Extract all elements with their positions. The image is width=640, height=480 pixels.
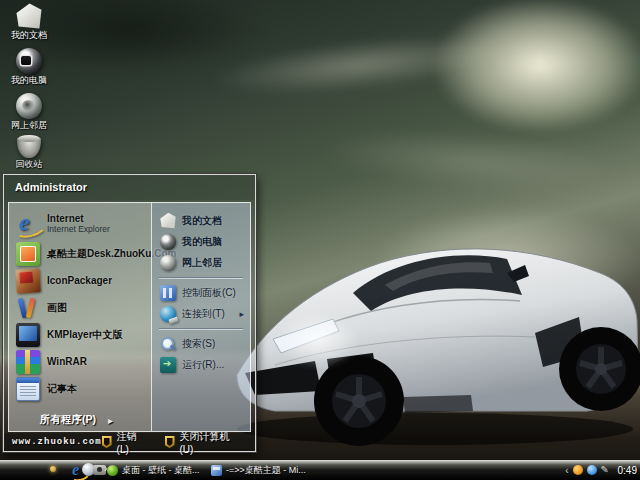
program-label: IconPackager [47,275,112,286]
place-label: 搜索(S) [182,337,215,351]
start-menu-program-item[interactable]: WinRAR [9,348,151,375]
program-text: IconPackager [47,275,112,286]
all-programs-label: 所有程序(P) [40,413,96,427]
start-menu-place-item[interactable]: 搜索(S) [152,333,250,354]
log-off-label: 注销(L) [117,430,149,455]
start-menu-place-item[interactable]: 我的电脑 [152,231,250,252]
rconnect-icon [160,306,176,322]
menu-separator [159,328,243,329]
task-icon [211,465,222,476]
start-menu-place-item[interactable]: 网上邻居 [152,252,250,273]
program-label: WinRAR [47,356,87,367]
desktop-icon-label: 回收站 [2,159,56,170]
task-label: 桌面 - 壁纸 - 桌酷... [122,464,200,477]
kmplayer-icon [16,323,40,347]
paint-icon [16,296,40,320]
desktop-icon-label: 网上邻居 [2,120,56,131]
rnetwork-icon [160,255,176,271]
start-menu-program-item[interactable]: 画图 [9,294,151,321]
all-programs-button[interactable]: 所有程序(P) [40,413,113,427]
shut-down-label: 关闭计算机(U) [180,430,243,455]
start-menu-program-item[interactable]: Internet Internet Explorer [9,208,151,240]
program-label: Internet [47,213,110,224]
program-sublabel: Internet Explorer [47,224,110,235]
place-label: 我的电脑 [182,235,222,249]
desktop-icon-column: 我的文档 我的电脑 网上邻居 回收站 [2,3,56,183]
network-icon [16,93,42,119]
place-label: 控制面板(C) [182,286,236,300]
rcomputer-icon [160,234,176,250]
start-menu-body: Internet Internet Explorer 桌酷主题Desk.Zhuo… [8,202,251,432]
start-menu-user-header: Administrator [4,175,255,200]
computer-icon [16,48,42,74]
program-text: Internet Internet Explorer [47,213,110,235]
zhuoku-icon [16,242,40,266]
menu-separator [159,277,243,278]
desktop-screen: 我的文档 我的电脑 网上邻居 回收站 Administrator Interne… [0,0,640,480]
desktop-icon-computer[interactable]: 我的电脑 [2,48,56,88]
taskbar-task-button[interactable]: -=>>桌酷主题 - Mi... [211,460,306,480]
iconpackager-icon [15,268,41,294]
desktop-icon-recycle[interactable]: 回收站 [2,138,56,178]
program-text: 记事本 [47,383,77,394]
zhuoku-watermark: www.zhuoku.com [4,437,102,447]
system-tray: ‹ ✎ 0:49 [565,460,637,480]
lamborghini-shield-icon [165,436,175,448]
program-text: WinRAR [47,356,87,367]
start-button[interactable] [45,461,61,479]
notepad-icon [16,377,40,401]
winrar-icon [16,350,40,374]
tray-collapse-chevron-icon[interactable]: ‹ [565,465,568,476]
tray-app-orange-icon[interactable] [573,465,583,475]
start-menu-place-item[interactable]: 控制面板(C) [152,282,250,303]
start-menu-place-item[interactable]: 连接到(T) [152,303,250,324]
log-off-button[interactable]: 注销(L) [102,430,149,455]
start-menu: Administrator Internet Internet Explorer… [3,174,256,452]
place-label: 我的文档 [182,214,222,228]
tray-input-method-icon[interactable]: ✎ [601,465,611,475]
program-text: 画图 [47,302,67,313]
lamborghini-shield-icon [102,436,112,448]
lamborghini-bull-icon [50,466,56,472]
program-text: KMPlayer中文版 [47,329,123,340]
rsearch-icon [160,336,176,352]
start-menu-right-column: 我的文档 我的电脑 网上邻居 控制面板(C) 连接到(T) 搜索(S) 运行(R… [151,203,250,431]
desktop-icon-network[interactable]: 网上邻居 [2,93,56,133]
taskbar-task-button[interactable]: 桌面 - 壁纸 - 桌酷... [107,460,200,480]
start-menu-program-item[interactable]: IconPackager [9,267,151,294]
task-icon [107,465,118,476]
start-menu-place-item[interactable]: 我的文档 [152,210,250,231]
program-label: 记事本 [47,383,77,394]
pinned-programs-list: Internet Internet Explorer 桌酷主题Desk.Zhuo… [9,208,151,402]
place-label: 运行(R)... [182,358,224,372]
desktop-icon-label: 我的电脑 [2,75,56,86]
rdoc-icon [160,213,176,229]
recycle-icon [17,138,41,158]
start-menu-left-column: Internet Internet Explorer 桌酷主题Desk.Zhuo… [9,203,151,431]
program-label: 画图 [47,302,67,313]
start-menu-place-item[interactable]: 运行(R)... [152,354,250,375]
taskbar: › 桌面 - 壁纸 - 桌酷... -=>>桌酷主题 - Mi... ‹ ✎ 0… [0,460,640,480]
headlight-glow [258,300,378,380]
start-menu-footer: www.zhuoku.com 注销(L) 关闭计算机(U) [4,433,255,451]
username: Administrator [15,181,87,193]
start-menu-program-item[interactable]: 记事本 [9,375,151,402]
ie-icon [16,212,40,236]
program-label: KMPlayer中文版 [47,329,123,340]
rcontrol-icon [160,285,176,301]
place-label: 网上邻居 [182,256,222,270]
start-menu-program-item[interactable]: KMPlayer中文版 [9,321,151,348]
desktop-icon-label: 我的文档 [2,30,56,41]
shut-down-button[interactable]: 关闭计算机(U) [165,430,243,455]
doc-icon [16,3,42,29]
desktop-icon-doc[interactable]: 我的文档 [2,3,56,43]
place-label: 连接到(T) [182,307,225,321]
task-label: -=>>桌酷主题 - Mi... [226,464,306,477]
rrun-icon [160,357,176,373]
start-menu-program-item[interactable]: 桌酷主题Desk.ZhuoKu.Com [9,240,151,267]
tray-app-blue-icon[interactable] [587,465,597,475]
taskbar-clock: 0:49 [615,465,637,476]
